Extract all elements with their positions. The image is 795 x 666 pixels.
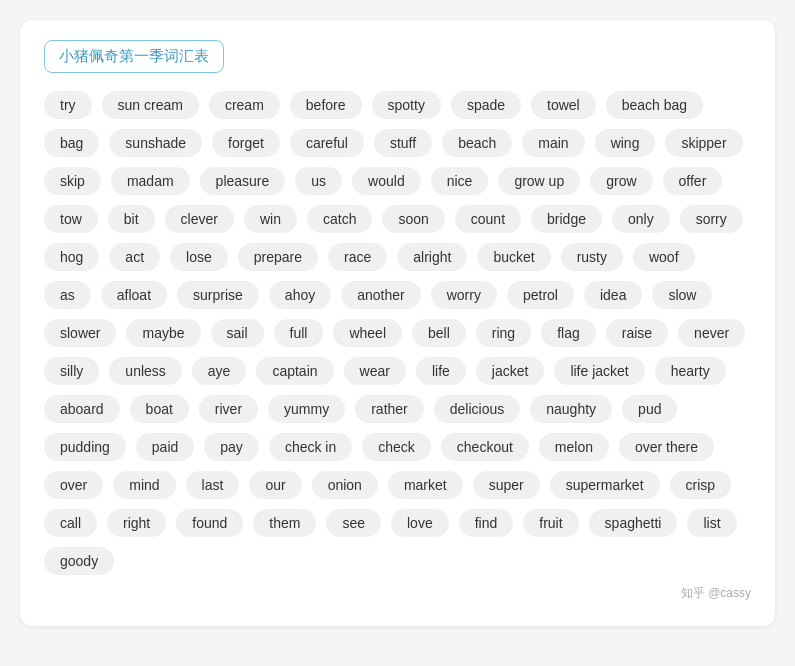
word-tag[interactable]: crisp: [670, 471, 732, 499]
word-tag[interactable]: ring: [476, 319, 531, 347]
word-tag[interactable]: main: [522, 129, 584, 157]
word-tag[interactable]: woof: [633, 243, 695, 271]
word-tag[interactable]: towel: [531, 91, 596, 119]
word-tag[interactable]: naughty: [530, 395, 612, 423]
word-tag[interactable]: rusty: [561, 243, 623, 271]
word-tag[interactable]: them: [253, 509, 316, 537]
word-tag[interactable]: stuff: [374, 129, 432, 157]
word-tag[interactable]: check: [362, 433, 431, 461]
word-tag[interactable]: count: [455, 205, 521, 233]
word-tag[interactable]: bell: [412, 319, 466, 347]
word-tag[interactable]: find: [459, 509, 514, 537]
word-tag[interactable]: rather: [355, 395, 424, 423]
word-tag[interactable]: raise: [606, 319, 668, 347]
word-tag[interactable]: grow up: [498, 167, 580, 195]
word-tag[interactable]: super: [473, 471, 540, 499]
word-tag[interactable]: slow: [652, 281, 712, 309]
word-tag[interactable]: petrol: [507, 281, 574, 309]
word-tag[interactable]: yummy: [268, 395, 345, 423]
word-tag[interactable]: careful: [290, 129, 364, 157]
word-tag[interactable]: pay: [204, 433, 259, 461]
word-tag[interactable]: market: [388, 471, 463, 499]
word-tag[interactable]: ahoy: [269, 281, 331, 309]
word-tag[interactable]: idea: [584, 281, 642, 309]
word-tag[interactable]: aye: [192, 357, 247, 385]
word-tag[interactable]: try: [44, 91, 92, 119]
word-tag[interactable]: list: [687, 509, 736, 537]
word-tag[interactable]: captain: [256, 357, 333, 385]
word-tag[interactable]: fruit: [523, 509, 578, 537]
word-tag[interactable]: life jacket: [554, 357, 644, 385]
word-tag[interactable]: as: [44, 281, 91, 309]
word-tag[interactable]: spotty: [372, 91, 441, 119]
word-tag[interactable]: last: [186, 471, 240, 499]
word-tag[interactable]: pleasure: [200, 167, 286, 195]
word-tag[interactable]: lose: [170, 243, 228, 271]
word-tag[interactable]: sun cream: [102, 91, 199, 119]
word-tag[interactable]: onion: [312, 471, 378, 499]
word-tag[interactable]: nice: [431, 167, 489, 195]
word-tag[interactable]: bucket: [477, 243, 550, 271]
word-tag[interactable]: flag: [541, 319, 596, 347]
word-tag[interactable]: our: [249, 471, 301, 499]
word-tag[interactable]: sail: [211, 319, 264, 347]
word-tag[interactable]: race: [328, 243, 387, 271]
word-tag[interactable]: pudding: [44, 433, 126, 461]
word-tag[interactable]: forget: [212, 129, 280, 157]
word-tag[interactable]: full: [274, 319, 324, 347]
word-tag[interactable]: love: [391, 509, 449, 537]
word-tag[interactable]: clever: [165, 205, 234, 233]
word-tag[interactable]: aboard: [44, 395, 120, 423]
word-tag[interactable]: maybe: [126, 319, 200, 347]
word-tag[interactable]: see: [326, 509, 381, 537]
word-tag[interactable]: spade: [451, 91, 521, 119]
word-tag[interactable]: hog: [44, 243, 99, 271]
word-tag[interactable]: sunshade: [109, 129, 202, 157]
word-tag[interactable]: before: [290, 91, 362, 119]
word-tag[interactable]: slower: [44, 319, 116, 347]
word-tag[interactable]: over: [44, 471, 103, 499]
word-tag[interactable]: sorry: [680, 205, 743, 233]
word-tag[interactable]: alright: [397, 243, 467, 271]
word-tag[interactable]: delicious: [434, 395, 520, 423]
word-tag[interactable]: offer: [663, 167, 723, 195]
word-tag[interactable]: skipper: [665, 129, 742, 157]
word-tag[interactable]: unless: [109, 357, 181, 385]
word-tag[interactable]: checkout: [441, 433, 529, 461]
word-tag[interactable]: goody: [44, 547, 114, 575]
word-tag[interactable]: supermarket: [550, 471, 660, 499]
word-tag[interactable]: wheel: [333, 319, 402, 347]
word-tag[interactable]: boat: [130, 395, 189, 423]
word-tag[interactable]: soon: [382, 205, 444, 233]
word-tag[interactable]: mind: [113, 471, 175, 499]
word-tag[interactable]: pud: [622, 395, 677, 423]
word-tag[interactable]: spaghetti: [589, 509, 678, 537]
word-tag[interactable]: over there: [619, 433, 714, 461]
word-tag[interactable]: bit: [108, 205, 155, 233]
word-tag[interactable]: afloat: [101, 281, 167, 309]
word-tag[interactable]: skip: [44, 167, 101, 195]
word-tag[interactable]: grow: [590, 167, 652, 195]
word-tag[interactable]: check in: [269, 433, 352, 461]
word-tag[interactable]: surprise: [177, 281, 259, 309]
word-tag[interactable]: paid: [136, 433, 194, 461]
word-tag[interactable]: catch: [307, 205, 372, 233]
word-tag[interactable]: wear: [344, 357, 406, 385]
word-tag[interactable]: worry: [431, 281, 497, 309]
word-tag[interactable]: right: [107, 509, 166, 537]
word-tag[interactable]: wing: [595, 129, 656, 157]
word-tag[interactable]: bridge: [531, 205, 602, 233]
word-tag[interactable]: silly: [44, 357, 99, 385]
word-tag[interactable]: hearty: [655, 357, 726, 385]
word-tag[interactable]: act: [109, 243, 160, 271]
word-tag[interactable]: river: [199, 395, 258, 423]
word-tag[interactable]: call: [44, 509, 97, 537]
word-tag[interactable]: beach: [442, 129, 512, 157]
word-tag[interactable]: us: [295, 167, 342, 195]
word-tag[interactable]: beach bag: [606, 91, 703, 119]
word-tag[interactable]: jacket: [476, 357, 545, 385]
word-tag[interactable]: win: [244, 205, 297, 233]
word-tag[interactable]: melon: [539, 433, 609, 461]
word-tag[interactable]: cream: [209, 91, 280, 119]
word-tag[interactable]: only: [612, 205, 670, 233]
